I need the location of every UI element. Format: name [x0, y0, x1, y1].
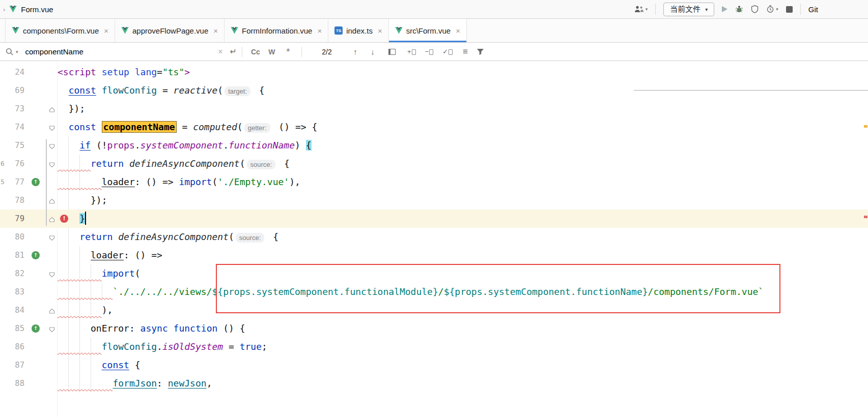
code-line-24[interactable]: 24<script setup lang="ts">: [0, 63, 868, 81]
code-text: return defineAsyncComponent(source: {: [0, 155, 868, 174]
typescript-file-icon: TS: [334, 26, 343, 35]
code-line-82[interactable]: 82 import(: [0, 264, 868, 283]
divider: [242, 47, 242, 57]
tab-index.ts[interactable]: TSindex.ts×: [328, 19, 388, 42]
fold-marker-icon[interactable]: [49, 271, 55, 277]
token: if: [79, 140, 91, 151]
debug-button[interactable]: [735, 5, 743, 13]
code-editor[interactable]: 24<script setup lang="ts">69 const flowC…: [0, 61, 868, 417]
line-number[interactable]: 76: [0, 155, 24, 173]
token: (: [212, 176, 217, 187]
token: :: [157, 378, 168, 389]
previous-match-button[interactable]: ↑: [347, 47, 364, 56]
close-icon[interactable]: ×: [317, 26, 322, 35]
insert-newline-button[interactable]: ↵: [230, 47, 237, 56]
stop-button[interactable]: [786, 6, 793, 13]
code-line-69[interactable]: 69 const flowConfig = reactive(target: {: [0, 81, 868, 100]
search-input[interactable]: componentName ×: [18, 47, 223, 56]
code-line-75[interactable]: 75 if (!props.systemComponent.functionNa…: [0, 136, 868, 155]
whole-words-toggle[interactable]: W: [264, 48, 280, 56]
scrollbar-match-mark[interactable]: [864, 125, 867, 128]
clear-search-icon[interactable]: ×: [218, 47, 222, 56]
code-line-78[interactable]: 78 });: [0, 191, 868, 210]
token: [96, 85, 102, 96]
breadcrumb-file[interactable]: Form.vue: [21, 5, 53, 14]
fold-marker-icon[interactable]: [49, 161, 55, 167]
code-line-76[interactable]: 676 return defineAsyncComponent(source: …: [0, 155, 868, 173]
next-match-button[interactable]: ↓: [364, 47, 381, 56]
line-number[interactable]: 74: [0, 118, 24, 136]
gutter-marker-icon[interactable]: ↑: [32, 178, 40, 186]
line-number[interactable]: 84: [0, 301, 24, 319]
tab-src-Form.vue[interactable]: src\Form.vue×: [389, 19, 467, 42]
git-menu[interactable]: Git: [808, 5, 818, 14]
match-case-toggle[interactable]: Cc: [247, 48, 264, 56]
search-options-button[interactable]: ≡: [463, 47, 468, 57]
tab-FormInformation.vue[interactable]: FormInformation.vue×: [225, 19, 328, 42]
fold-marker-icon[interactable]: [49, 234, 55, 240]
line-number[interactable]: 73: [0, 100, 24, 118]
fold-marker-icon[interactable]: [49, 142, 55, 148]
line-number[interactable]: 81: [0, 246, 24, 264]
run-config-selector[interactable]: 当前文件 ▾: [663, 3, 714, 16]
gutter-marker-icon[interactable]: ↑: [32, 324, 40, 333]
close-icon[interactable]: ×: [213, 26, 218, 35]
tab-label: FormInformation.vue: [242, 26, 312, 35]
line-number[interactable]: 69: [0, 81, 24, 100]
open-in-find-window-button[interactable]: [388, 49, 396, 55]
fold-marker-icon[interactable]: [49, 197, 55, 203]
remove-occurrence-button[interactable]: −: [425, 49, 434, 55]
fold-marker-icon[interactable]: [49, 325, 55, 332]
line-number[interactable]: 85: [0, 319, 24, 338]
fold-marker-icon[interactable]: [49, 216, 55, 222]
tab-label: components\Form.vue: [23, 26, 99, 35]
run-button[interactable]: [722, 6, 727, 12]
code-line-87[interactable]: 87 const {: [0, 356, 868, 374]
code-with-me-button[interactable]: ▾: [634, 6, 648, 13]
search-history-dropdown[interactable]: ▾: [5, 47, 18, 56]
close-icon[interactable]: ×: [456, 26, 460, 35]
profiler-button[interactable]: ▾: [766, 5, 778, 13]
match-count: 2/2: [312, 48, 342, 56]
close-icon[interactable]: ×: [378, 26, 382, 35]
line-number[interactable]: 77: [0, 173, 24, 191]
filter-button[interactable]: [477, 48, 484, 55]
fold-marker-icon[interactable]: [49, 106, 55, 112]
code-line-79[interactable]: 79! }: [0, 210, 868, 228]
line-number[interactable]: 78: [0, 191, 24, 210]
fold-marker-icon[interactable]: [49, 307, 55, 313]
code-line-74[interactable]: 74 const componentName = computed(getter…: [0, 118, 868, 136]
line-number[interactable]: 79: [0, 210, 24, 228]
select-all-occurrences-button[interactable]: ✓: [442, 49, 453, 55]
code-line-73[interactable]: 73 });: [0, 100, 868, 118]
line-number[interactable]: 83: [0, 283, 24, 301]
line-number[interactable]: 86: [0, 338, 24, 356]
code-line-83[interactable]: 83 `./../../../views/${props.systemCompo…: [0, 283, 868, 301]
code-line-80[interactable]: 80 return defineAsyncComponent(source: {: [0, 228, 868, 246]
code-line-77[interactable]: 577↑ loader: () => import('./Empty.vue')…: [0, 173, 868, 191]
tab-approveFlowPage.vue[interactable]: approveFlowPage.vue×: [115, 19, 225, 42]
line-number[interactable]: 24: [0, 63, 24, 81]
fold-marker-icon[interactable]: [49, 124, 55, 130]
add-occurrence-button[interactable]: +: [407, 49, 416, 55]
token: [58, 250, 91, 260]
line-number[interactable]: 80: [0, 228, 24, 246]
line-number[interactable]: 75: [0, 136, 24, 155]
app-window: › Form.vue ▾ 当前文件 ▾: [0, 0, 868, 417]
code-line-85[interactable]: 85↑ onError: async function () {: [0, 319, 868, 338]
tab-components-Form.vue[interactable]: components\Form.vue×: [5, 19, 115, 42]
line-number[interactable]: 88: [0, 374, 24, 393]
code-line-81[interactable]: 81↑ loader: () =>: [0, 246, 868, 264]
regex-toggle[interactable]: *: [280, 46, 296, 57]
code-line-86[interactable]: 86 flowConfig.isOldSystem = true;: [0, 338, 868, 356]
code-line-88[interactable]: 88 formJson: newJson,: [0, 374, 868, 393]
error-icon[interactable]: !: [60, 215, 68, 223]
coverage-button[interactable]: [751, 5, 759, 13]
gutter-marker-icon[interactable]: ↑: [32, 251, 40, 259]
scrollbar-error-mark[interactable]: [864, 216, 867, 218]
line-number[interactable]: 82: [0, 264, 24, 283]
close-icon[interactable]: ×: [104, 26, 108, 35]
token: {: [306, 140, 312, 151]
line-number[interactable]: 87: [0, 356, 24, 374]
code-line-84[interactable]: 84 ),: [0, 301, 868, 319]
